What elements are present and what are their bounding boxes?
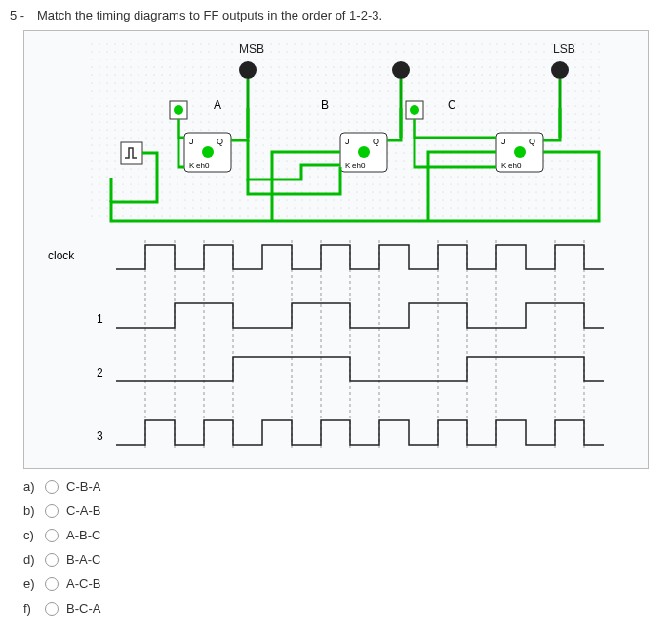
enable-a-icon [202,146,214,158]
option-f-text: B-C-A [66,601,100,616]
svg-text:K: K [345,161,351,170]
svg-text:Q: Q [529,137,535,146]
radio-icon[interactable] [45,529,59,542]
svg-text:Q: Q [217,137,223,146]
option-f-label: f) [23,601,37,616]
trace-2 [116,357,604,381]
probe-b [392,61,410,79]
timing-guides [145,240,584,450]
logic-one-a [170,101,187,119]
svg-rect-1 [87,41,604,217]
row-2-label: 2 [97,366,103,379]
radio-icon[interactable] [45,480,59,494]
svg-text:J: J [345,137,350,146]
probe-msb [239,61,257,79]
options-list: a) C-B-A b) C-A-B c) A-B-C d) B-A-C e) A… [23,479,662,616]
option-b-label: b) [23,503,37,518]
svg-text:K: K [501,161,507,170]
question-text: Match the timing diagrams to FF outputs … [37,8,382,22]
enable-b-icon [358,146,370,158]
ff-c-label: C [448,99,456,112]
option-c[interactable]: c) A-B-C [23,528,662,542]
svg-text:eh0: eh0 [508,161,522,170]
radio-icon[interactable] [45,577,59,591]
figure-panel: MSB LSB J Q K eh0 A [23,30,649,469]
option-e-label: e) [23,576,37,591]
trace-1 [116,303,604,328]
row-clock-label: clock [48,249,75,262]
option-c-label: c) [23,528,37,542]
option-a-text: C-B-A [66,479,100,494]
radio-icon[interactable] [45,504,59,518]
option-b[interactable]: b) C-A-B [23,503,662,518]
option-e[interactable]: e) A-C-B [23,576,662,591]
svg-text:J: J [501,137,506,146]
svg-point-8 [410,105,419,115]
question-number: 5 - [10,8,29,22]
radio-icon[interactable] [45,553,59,567]
svg-text:J: J [189,137,194,146]
row-3-label: 3 [97,429,103,443]
timing-area: clock 1 2 3 [48,240,604,450]
ff-b-label: B [321,99,329,112]
svg-text:eh0: eh0 [196,161,210,170]
svg-text:K: K [189,161,195,170]
msb-label: MSB [239,42,264,56]
lsb-label: LSB [553,42,575,56]
question-row: 5 - Match the timing diagrams to FF outp… [10,8,662,22]
option-d-text: B-A-C [66,552,100,567]
option-e-text: A-C-B [66,576,100,591]
clock-source [121,142,142,164]
option-c-text: A-B-C [66,528,100,542]
row-1-label: 1 [97,312,103,326]
svg-text:eh0: eh0 [352,161,366,170]
probe-lsb [551,61,569,79]
svg-point-6 [174,105,183,115]
option-f[interactable]: f) B-C-A [23,601,662,616]
trace-clock [116,245,604,269]
radio-icon[interactable] [45,602,59,616]
option-d[interactable]: d) B-A-C [23,552,662,567]
option-b-text: C-A-B [66,503,100,518]
svg-text:Q: Q [373,137,379,146]
trace-3 [116,420,604,445]
figure-svg: MSB LSB J Q K eh0 A [28,35,633,464]
option-a[interactable]: a) C-B-A [23,479,662,494]
logic-one-c [406,101,423,119]
ff-a-label: A [214,99,221,112]
svg-rect-9 [121,142,142,164]
option-a-label: a) [23,479,37,494]
option-d-label: d) [23,552,37,567]
enable-c-icon [514,146,526,158]
